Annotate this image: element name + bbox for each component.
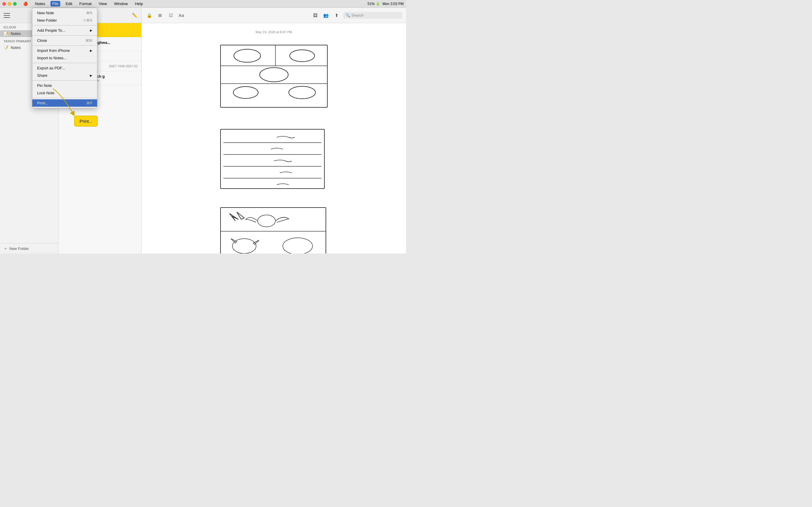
checklist-button[interactable]: ☑ [166, 11, 175, 19]
menu-separator [32, 80, 97, 81]
clock: Mon 3:03 PM [383, 2, 404, 6]
menubar-help[interactable]: Help [133, 1, 145, 6]
print-tooltip[interactable]: Print... [74, 116, 98, 127]
submenu-arrow-icon: ▶ [90, 49, 92, 52]
menu-item-label: Pin Note [37, 83, 52, 88]
people-button[interactable]: 👥 [322, 11, 330, 19]
new-folder-button[interactable]: ＋ New Folder [4, 246, 55, 251]
menu-item-label: Import from iPhone [37, 48, 70, 53]
menubar-window[interactable]: Window [112, 1, 130, 6]
minimize-button[interactable] [8, 2, 11, 6]
search-box[interactable]: 🔍 Search [343, 12, 402, 19]
svg-point-16 [258, 215, 275, 227]
menu-item-add-people[interactable]: Add People To... ▶ [32, 27, 97, 34]
sidebar-icloud-notes-label: Notes [11, 32, 21, 36]
menu-item-label: Import to Notes... [37, 56, 67, 60]
share-button[interactable]: ⬆ [333, 11, 341, 19]
menubar-apple[interactable]: 🍎 [21, 1, 30, 6]
content-area: 🔒 ⊞ ☑ Aa 🖼 👥 ⬆ 🔍 Search May 19, 2020 at … [142, 8, 406, 253]
menu-item-shortcut: ⌘P [86, 101, 92, 105]
sidebar-toggle-button[interactable] [4, 13, 10, 18]
search-icon: 🔍 [346, 13, 350, 17]
fullscreen-button[interactable] [13, 2, 17, 6]
menu-separator [32, 63, 97, 63]
svg-rect-9 [220, 129, 324, 188]
grid-button[interactable]: ⊞ [156, 11, 164, 19]
new-folder-label: New Folder [9, 246, 29, 251]
sketch-3 [217, 205, 330, 253]
compose-button[interactable]: ✏️ [131, 11, 139, 19]
menu-item-export-pdf[interactable]: Export as PDF... [32, 64, 97, 72]
menu-item-label: Print... [37, 101, 48, 105]
submenu-arrow-icon: ▶ [90, 74, 92, 77]
menu-item-label: New Note [37, 11, 54, 15]
file-menu-dropdown: New Note ⌘N New Folder ⇧⌘N Add People To… [32, 8, 97, 108]
menu-item-new-folder[interactable]: New Folder ⇧⌘N [32, 17, 97, 24]
menu-item-label: Export as PDF... [37, 66, 65, 70]
menu-item-new-note[interactable]: New Note ⌘N [32, 9, 97, 17]
notes-icon: 📝 [4, 32, 8, 36]
format-button[interactable]: Aa [177, 11, 186, 19]
menu-separator [32, 35, 97, 36]
menu-item-label: New Folder [37, 18, 57, 22]
svg-point-7 [233, 87, 258, 99]
plus-icon: ＋ [4, 246, 7, 251]
menu-separator [32, 25, 97, 25]
menu-separator [32, 45, 97, 46]
sketch-1 [217, 42, 330, 111]
svg-rect-0 [220, 45, 327, 107]
menu-separator [32, 98, 97, 98]
menu-item-shortcut: ⇧⌘N [83, 18, 92, 22]
menu-bar: 🍎 Notes File Edit Format View Window Hel… [0, 0, 406, 8]
svg-point-5 [290, 50, 315, 62]
menubar-file[interactable]: File [50, 1, 60, 6]
note-timestamp: May 19, 2020 at 6:07 PM [256, 28, 292, 36]
menu-item-print[interactable]: Print... ⌘P [32, 99, 97, 107]
menu-item-label: Close [37, 38, 47, 43]
menubar-format[interactable]: Format [78, 1, 93, 6]
battery-indicator: 51% 🔋 [367, 2, 380, 6]
close-button[interactable] [2, 2, 6, 6]
svg-point-17 [233, 239, 256, 253]
menubar-view[interactable]: View [97, 1, 109, 6]
sketch-2 [217, 123, 330, 193]
svg-point-8 [289, 86, 315, 99]
menu-item-pin-note[interactable]: Pin Note [32, 82, 97, 89]
lock-button[interactable]: 🔒 [145, 11, 153, 19]
sidebar-yahoo-notes-label: Notes [11, 45, 21, 50]
svg-point-4 [234, 49, 261, 62]
menu-item-import-notes[interactable]: Import to Notes... [32, 54, 97, 62]
menu-item-shortcut: ⌘N [86, 11, 92, 15]
menu-item-shortcut: ⌘W [86, 39, 92, 43]
print-tooltip-label: Print... [80, 119, 92, 124]
svg-rect-14 [220, 208, 326, 253]
svg-point-18 [283, 238, 312, 253]
note-preview: 5667-7440-0567-02 [109, 64, 138, 68]
search-label: Search [351, 13, 364, 17]
menubar-notes[interactable]: Notes [33, 1, 47, 6]
menu-item-label: Lock Note [37, 91, 55, 95]
menu-item-label: Share [37, 73, 48, 78]
note-content: May 19, 2020 at 6:07 PM [142, 23, 406, 253]
menu-item-close[interactable]: Close ⌘W [32, 37, 97, 44]
menu-item-label: Add People To... [37, 28, 65, 33]
image-button[interactable]: 🖼 [311, 11, 319, 19]
menu-item-lock-note[interactable]: Lock Note [32, 89, 97, 97]
menubar-edit[interactable]: Edit [64, 1, 74, 6]
sidebar-bottom: ＋ New Folder [0, 243, 58, 253]
submenu-arrow-icon: ▶ [90, 29, 92, 32]
traffic-lights [2, 2, 17, 6]
content-toolbar: 🔒 ⊞ ☑ Aa 🖼 👥 ⬆ 🔍 Search [142, 8, 406, 23]
notes-icon-yahoo: 📝 [4, 45, 8, 50]
svg-point-6 [260, 68, 288, 82]
menubar-right: 51% 🔋 Mon 3:03 PM [367, 2, 404, 6]
menu-item-share[interactable]: Share ▶ [32, 72, 97, 79]
menu-item-import-iphone[interactable]: Import from iPhone ▶ [32, 47, 97, 54]
